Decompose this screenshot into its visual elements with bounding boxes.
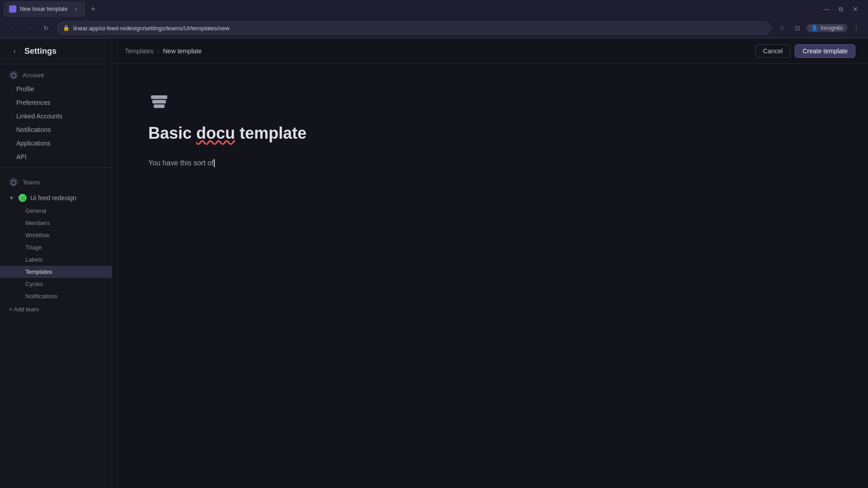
close-window-button[interactable]: ✕	[850, 4, 861, 14]
labels-label: Labels	[25, 256, 42, 263]
text-cursor	[214, 159, 215, 167]
refresh-button[interactable]: ↻	[40, 22, 52, 34]
header-actions: Cancel Create template	[755, 44, 855, 58]
bookmark-button[interactable]: ☆	[776, 22, 788, 34]
tab-favicon	[9, 5, 16, 13]
new-tab-button[interactable]: +	[87, 3, 99, 15]
template-icon	[148, 91, 170, 113]
sidebar-back-button[interactable]: ‹	[9, 46, 20, 56]
tab-title: New Issue template	[20, 6, 69, 12]
triage-label: Triage	[25, 244, 42, 251]
sidebar-item-applications[interactable]: Applications	[0, 136, 112, 150]
sidebar-divider	[0, 167, 112, 168]
chevron-down-icon: ▼	[9, 195, 14, 201]
account-label: Account	[23, 72, 44, 79]
split-view-button[interactable]: ⊡	[791, 22, 804, 34]
team-notifications-label: Notifications	[25, 293, 57, 300]
team-sub-item-team-notifications[interactable]: Notifications	[0, 290, 112, 302]
team-name: Ui feed redesign	[30, 194, 76, 202]
address-bar[interactable]: 🔒 linear.app/ui-feed-redesign/settings/t…	[57, 21, 771, 35]
linked-accounts-label: Linked Accounts	[16, 113, 62, 120]
address-bar-row: ← → ↻ 🔒 linear.app/ui-feed-redesign/sett…	[0, 18, 868, 38]
icon-layer-2	[152, 100, 166, 103]
sidebar-item-linked-accounts[interactable]: Linked Accounts	[0, 109, 112, 123]
sidebar-item-api[interactable]: API	[0, 150, 112, 164]
workflow-label: Workflow	[25, 232, 49, 239]
team-sub-item-triage[interactable]: Triage	[0, 241, 112, 253]
general-label: General	[25, 207, 46, 214]
tab-bar: New Issue template × + — ⧉ ✕	[0, 0, 868, 18]
main-content: Templates › New template Cancel Create t…	[112, 38, 868, 488]
active-tab[interactable]: New Issue template ×	[4, 1, 85, 17]
template-title-part2: template	[235, 124, 307, 142]
back-button[interactable]: ←	[5, 22, 18, 34]
forward-button[interactable]: →	[23, 22, 35, 34]
teams-section: ◯ Teams	[0, 171, 112, 191]
team-sub-item-labels[interactable]: Labels	[0, 253, 112, 266]
sidebar-item-preferences[interactable]: Preferences	[0, 96, 112, 109]
icon-layer-1	[151, 95, 167, 99]
address-actions: ☆ ⊡ 👤 Incognito ⋮	[776, 22, 863, 34]
teams-icon: ◯	[9, 178, 18, 187]
api-label: API	[16, 153, 27, 160]
team-sub-item-general[interactable]: General	[0, 205, 112, 217]
lock-icon: 🔒	[63, 25, 70, 31]
create-template-button[interactable]: Create template	[795, 44, 855, 58]
sidebar-item-notifications[interactable]: Notifications	[0, 123, 112, 136]
team-item-ui-feed[interactable]: ▼ 🌿 Ui feed redesign	[0, 191, 112, 205]
breadcrumb-current: New template	[163, 47, 202, 55]
window-controls: — ⧉ ✕	[821, 4, 864, 14]
tab-close-button[interactable]: ×	[72, 5, 80, 13]
content-body: Basic docu template You have this sort o…	[112, 64, 868, 488]
incognito-label: Incognito	[821, 25, 843, 31]
preferences-label: Preferences	[16, 99, 50, 106]
content-header: Templates › New template Cancel Create t…	[112, 38, 868, 64]
templates-label: Templates	[25, 268, 52, 275]
sidebar: ‹ Settings ◯ Account Profile Preferences…	[0, 38, 112, 488]
cancel-button[interactable]: Cancel	[755, 44, 791, 58]
incognito-icon: 👤	[811, 25, 818, 31]
team-sub-item-members[interactable]: Members	[0, 217, 112, 229]
sidebar-header: ‹ Settings	[0, 38, 112, 64]
account-icon: ◯	[9, 70, 18, 80]
maximize-button[interactable]: ⧉	[835, 4, 846, 14]
icon-layer-3	[154, 104, 165, 108]
cycles-label: Cycles	[25, 281, 43, 287]
template-title-misspelled: docu	[196, 124, 235, 142]
team-sub-item-workflow[interactable]: Workflow	[0, 229, 112, 241]
minimize-button[interactable]: —	[821, 4, 832, 14]
sidebar-item-profile[interactable]: Profile	[0, 82, 112, 96]
template-title-part1: Basic	[148, 124, 196, 142]
add-team-label: + Add team	[9, 306, 39, 313]
breadcrumb: Templates › New template	[125, 47, 202, 55]
template-description[interactable]: You have this sort of	[148, 157, 832, 169]
sidebar-title: Settings	[24, 47, 57, 56]
teams-label: Teams	[23, 179, 40, 186]
browser-chrome: New Issue template × + — ⧉ ✕ ← → ↻ 🔒 lin…	[0, 0, 868, 38]
url-text: linear.app/ui-feed-redesign/settings/tea…	[73, 25, 229, 32]
breadcrumb-templates-link[interactable]: Templates	[125, 47, 154, 55]
team-sub-item-templates[interactable]: Templates	[0, 266, 112, 278]
description-text: You have this sort of	[148, 157, 213, 169]
members-label: Members	[25, 220, 50, 226]
breadcrumb-separator: ›	[157, 47, 160, 55]
more-button[interactable]: ⋮	[850, 22, 863, 34]
add-team-button[interactable]: + Add team	[0, 302, 112, 316]
account-section: ◯ Account	[0, 64, 112, 82]
applications-label: Applications	[16, 140, 51, 147]
team-sub-item-cycles[interactable]: Cycles	[0, 278, 112, 290]
team-avatar: 🌿	[19, 194, 27, 202]
incognito-badge[interactable]: 👤 Incognito	[807, 24, 847, 32]
notifications-label: Notifications	[16, 126, 51, 133]
profile-label: Profile	[16, 85, 34, 93]
team-sub-items: General Members Workflow Triage Labels T…	[0, 205, 112, 302]
app-container: ‹ Settings ◯ Account Profile Preferences…	[0, 38, 868, 488]
template-title: Basic docu template	[148, 123, 832, 143]
teams-header: ◯ Teams	[9, 178, 103, 187]
